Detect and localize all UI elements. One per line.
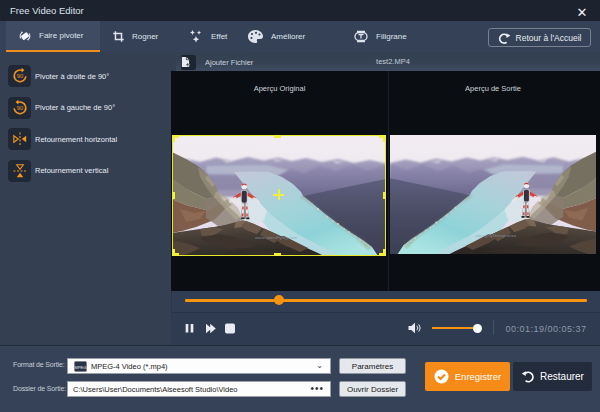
svg-text:90: 90 [16, 73, 22, 79]
svg-text:90: 90 [16, 105, 22, 111]
svg-text:MPEG: MPEG [75, 364, 87, 369]
